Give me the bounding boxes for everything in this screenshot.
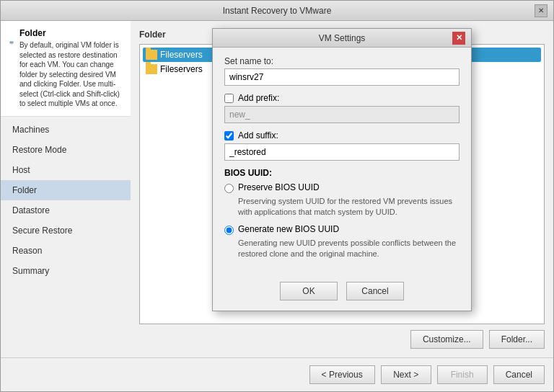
main-window: Instant Recovery to VMware ✕: [0, 0, 554, 392]
vm-icon: VM: [9, 28, 14, 57]
preserve-label[interactable]: Preserve BIOS UUID: [238, 182, 320, 192]
add-prefix-group: Add prefix:: [224, 93, 460, 103]
prefix-input[interactable]: [224, 106, 460, 123]
sidebar-item-folder[interactable]: Folder: [1, 180, 131, 200]
previous-button[interactable]: < Previous: [309, 365, 375, 384]
preserve-desc: Preserving system UUID for the restored …: [238, 196, 460, 218]
title-bar: Instant Recovery to VMware ✕: [1, 1, 553, 21]
add-suffix-checkbox[interactable]: [224, 131, 234, 141]
dialog-ok-button[interactable]: OK: [280, 282, 338, 300]
set-name-label: Set name to:: [224, 56, 460, 66]
right-panel: Folder Fileservers Fileservers Customize…: [131, 21, 553, 357]
add-prefix-label[interactable]: Add prefix:: [238, 93, 279, 103]
sidebar-item-summary[interactable]: Summary: [1, 261, 131, 281]
sidebar-nav: Machines Restore Mode Host Folder Datast…: [1, 117, 131, 284]
add-suffix-label[interactable]: Add suffix:: [238, 130, 278, 141]
header-description: By default, original VM folder is select…: [19, 40, 122, 109]
suffix-input[interactable]: [224, 143, 460, 161]
preserve-radio-group: Preserve BIOS UUID: [224, 182, 460, 193]
svg-text:VM: VM: [11, 42, 12, 43]
sidebar-item-host[interactable]: Host: [1, 160, 131, 180]
left-panel: VM Folder By default, original VM folder…: [1, 21, 131, 357]
prefix-input-group: [224, 106, 460, 123]
preserve-bios-radio[interactable]: [224, 184, 234, 193]
header-content: Folder By default, original VM folder is…: [19, 28, 122, 109]
generate-bios-radio[interactable]: [224, 226, 234, 235]
add-suffix-group: Add suffix:: [224, 130, 460, 141]
vm-settings-dialog: VM Settings ✕ Set name to: Ad: [212, 28, 472, 311]
dialog-title: VM Settings: [232, 33, 452, 43]
dialog-cancel-button[interactable]: Cancel: [346, 282, 404, 300]
bottom-nav: < Previous Next > Finish Cancel: [1, 357, 553, 391]
dialog-footer: OK Cancel: [213, 275, 471, 311]
generate-desc: Generating new UUID prevents possible co…: [238, 238, 460, 260]
generate-label[interactable]: Generate new BIOS UUID: [238, 224, 339, 234]
generate-radio-group: Generate new BIOS UUID: [224, 224, 460, 235]
bios-section: BIOS UUID: Preserve BIOS UUID Preserving…: [224, 168, 460, 260]
dialog-title-bar: VM Settings ✕: [213, 29, 471, 48]
header-title: Folder: [19, 28, 122, 38]
bios-title: BIOS UUID:: [224, 168, 460, 178]
sidebar-item-restore-mode[interactable]: Restore Mode: [1, 140, 131, 160]
cancel-button[interactable]: Cancel: [493, 365, 545, 384]
finish-button[interactable]: Finish: [437, 365, 488, 384]
header-section: VM Folder By default, original VM folder…: [1, 21, 131, 117]
sidebar-item-datastore[interactable]: Datastore: [1, 200, 131, 220]
set-name-input[interactable]: [224, 68, 460, 86]
sidebar-item-secure-restore[interactable]: Secure Restore: [1, 220, 131, 241]
add-prefix-checkbox[interactable]: [224, 94, 234, 103]
next-button[interactable]: Next >: [381, 365, 431, 384]
window-title: Instant Recovery to VMware: [19, 6, 535, 16]
sidebar-item-reason[interactable]: Reason: [1, 241, 131, 261]
dialog-body: Set name to: Add prefix:: [213, 48, 471, 275]
dialog-close-button[interactable]: ✕: [452, 32, 465, 45]
content-area: VM Folder By default, original VM folder…: [1, 21, 553, 357]
sidebar-item-machines[interactable]: Machines: [1, 120, 131, 140]
window-close-button[interactable]: ✕: [535, 4, 548, 17]
suffix-input-group: [224, 143, 460, 161]
set-name-group: Set name to:: [224, 56, 460, 86]
dialog-overlay: VM Settings ✕ Set name to: Ad: [131, 21, 553, 357]
